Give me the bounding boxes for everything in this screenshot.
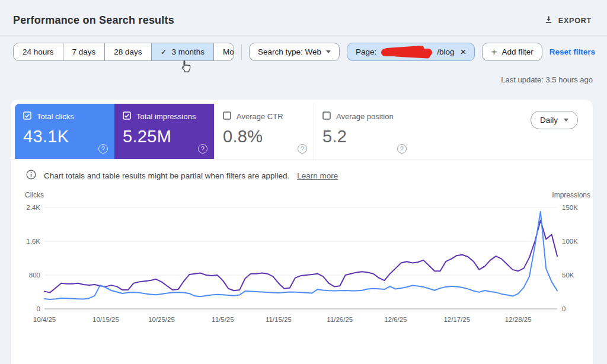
- checkbox-checked-icon[interactable]: [123, 111, 131, 122]
- performance-panel: Total clicks 43.1K ? Total impressions 5…: [11, 100, 593, 364]
- metric-label: Average CTR: [237, 112, 283, 121]
- learn-more-link[interactable]: Learn more: [297, 171, 338, 180]
- metric-value: 0.8%: [223, 127, 305, 146]
- total-impressions-card[interactable]: Total impressions 5.25M ?: [114, 104, 214, 159]
- help-icon[interactable]: ?: [198, 144, 207, 154]
- metric-value: 43.1K: [23, 127, 106, 146]
- svg-text:12/6/25: 12/6/25: [384, 316, 407, 323]
- metric-cards-row: Total clicks 43.1K ? Total impressions 5…: [11, 100, 593, 159]
- help-icon[interactable]: ?: [98, 144, 108, 154]
- metric-label: Total impressions: [136, 112, 196, 121]
- svg-text:10/4/25: 10/4/25: [33, 316, 56, 323]
- average-ctr-card[interactable]: Average CTR 0.8% ?: [214, 104, 314, 159]
- svg-text:11/26/25: 11/26/25: [327, 316, 353, 323]
- chevron-down-icon: [564, 119, 568, 122]
- svg-text:Impressions: Impressions: [552, 191, 590, 199]
- reset-filters-link[interactable]: Reset filters: [550, 47, 595, 56]
- checkmark-icon: ✓: [161, 43, 167, 60]
- date-range-segmented-control: 24 hours 7 days 28 days ✓ 3 months More: [13, 43, 234, 61]
- help-icon[interactable]: ?: [397, 144, 407, 154]
- download-icon: [544, 15, 553, 26]
- svg-text:150K: 150K: [562, 204, 578, 211]
- close-icon[interactable]: ×: [459, 47, 467, 57]
- add-filter-button[interactable]: + Add filter: [482, 43, 542, 61]
- info-icon: [26, 170, 36, 181]
- checkbox-unchecked-icon[interactable]: [322, 111, 331, 122]
- range-7-days[interactable]: 7 days: [63, 43, 105, 60]
- page-filter-chip[interactable]: Page: /blog ×: [347, 43, 475, 61]
- partial-data-notice: Chart totals and table results might be …: [11, 159, 593, 181]
- page-header: Performance on Search results EXPORT: [0, 0, 607, 35]
- svg-text:11/15/25: 11/15/25: [266, 316, 292, 323]
- interval-selector-area: Daily: [413, 104, 589, 159]
- svg-text:Clicks: Clicks: [25, 191, 44, 199]
- notice-text: Chart totals and table results might be …: [44, 171, 289, 180]
- svg-text:10/25/25: 10/25/25: [148, 316, 175, 323]
- svg-text:800: 800: [29, 272, 40, 279]
- metric-label: Average position: [336, 112, 394, 121]
- last-update-text: Last update: 3.5 hours ago: [0, 67, 607, 84]
- svg-text:12/17/25: 12/17/25: [443, 316, 470, 323]
- checkbox-checked-icon[interactable]: [23, 111, 31, 122]
- checkbox-unchecked-icon[interactable]: [223, 111, 231, 122]
- svg-text:100K: 100K: [562, 238, 578, 245]
- interval-dropdown[interactable]: Daily: [531, 111, 578, 129]
- metric-value: 5.2: [322, 127, 405, 146]
- export-label: EXPORT: [558, 17, 592, 25]
- range-3-months[interactable]: ✓ 3 months: [151, 43, 213, 60]
- svg-text:10/15/25: 10/15/25: [92, 316, 119, 323]
- svg-text:12/28/25: 12/28/25: [505, 316, 532, 323]
- svg-text:2.4K: 2.4K: [26, 204, 40, 211]
- filter-bar: 24 hours 7 days 28 days ✓ 3 months More …: [0, 36, 607, 67]
- svg-text:11/5/25: 11/5/25: [212, 316, 234, 323]
- svg-text:0: 0: [562, 305, 566, 312]
- page-title: Performance on Search results: [13, 14, 174, 27]
- range-28-days[interactable]: 28 days: [104, 43, 151, 60]
- average-position-card[interactable]: Average position 5.2 ?: [314, 104, 413, 159]
- total-clicks-card[interactable]: Total clicks 43.1K ?: [15, 104, 114, 159]
- search-type-chip[interactable]: Search type: Web: [249, 43, 340, 61]
- chevron-down-icon: [326, 50, 331, 53]
- metric-label: Total clicks: [37, 112, 74, 121]
- line-chart-svg[interactable]: 0080050K1.6K100K2.4K150KClicksImpression…: [11, 190, 593, 331]
- help-icon[interactable]: ?: [298, 144, 307, 154]
- metric-value: 5.25M: [123, 127, 206, 146]
- filter-separator: [241, 44, 242, 60]
- svg-text:0: 0: [37, 305, 40, 312]
- range-more-dropdown[interactable]: More: [213, 43, 234, 60]
- svg-text:1.6K: 1.6K: [26, 238, 40, 245]
- export-button[interactable]: EXPORT: [544, 15, 592, 26]
- svg-text:50K: 50K: [562, 272, 574, 279]
- range-24-hours[interactable]: 24 hours: [14, 43, 63, 60]
- redacted-url: [381, 49, 432, 56]
- performance-chart[interactable]: 0080050K1.6K100K2.4K150KClicksImpression…: [11, 181, 593, 333]
- plus-icon: +: [491, 43, 497, 60]
